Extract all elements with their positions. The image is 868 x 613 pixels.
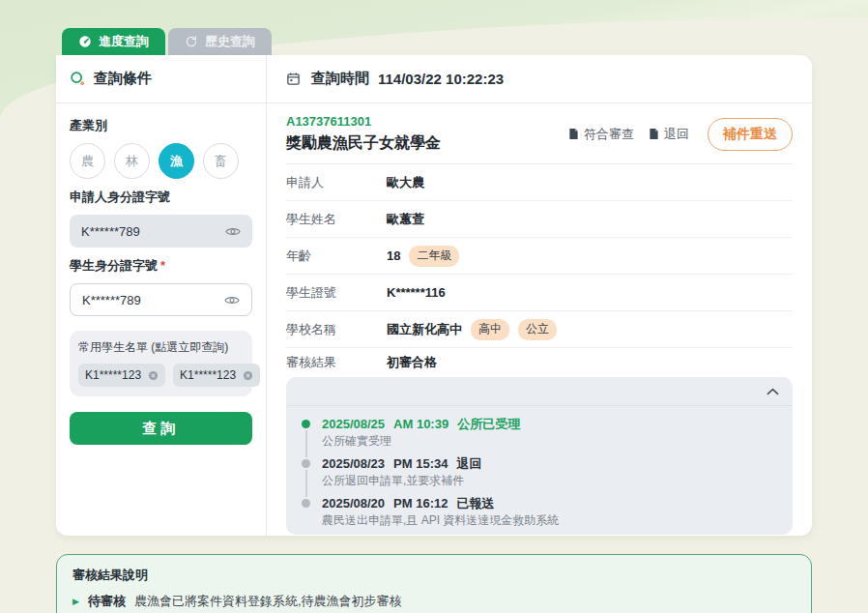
resend-documents-button[interactable]: 補件重送 <box>708 118 793 151</box>
industry-options: 農 林 漁 畜 <box>70 143 252 179</box>
legend-title: 審核結果說明 <box>72 567 796 584</box>
query-conditions-header: 查詢條件 <box>56 55 266 103</box>
tab-label: 進度查詢 <box>99 33 149 50</box>
document-icon <box>649 128 659 140</box>
grade-badge: 二年級 <box>409 246 459 267</box>
student-id-label: 學生身分證字號* <box>70 257 252 275</box>
case-number: A13737611301 <box>286 114 568 129</box>
search-icon <box>70 71 86 87</box>
recent-students-label: 常用學生名單 (點選立即查詢) <box>78 339 244 356</box>
remove-chip-icon[interactable] <box>243 370 253 381</box>
timeline-item: 2025/08/25 AM 10:39 公所已受理 公所確實受理 <box>302 416 777 449</box>
recent-students-box: 常用學生名單 (點選立即查詢) K1*****123 K1*****123 <box>70 331 252 396</box>
recent-student-chip[interactable]: K1*****123 <box>78 364 165 387</box>
history-icon <box>185 35 198 48</box>
tab-label: 歷史查詢 <box>205 33 255 50</box>
action-passed-review[interactable]: 符合審查 <box>568 126 634 143</box>
school-type-badge: 公立 <box>518 319 557 340</box>
query-conditions-panel: 查詢條件 產業別 農 林 漁 畜 申請人身分證字號 K******789 學生身… <box>56 55 267 536</box>
query-card: 查詢條件 產業別 農 林 漁 畜 申請人身分證字號 K******789 學生身… <box>56 55 812 536</box>
timeline-dot-active <box>302 420 310 428</box>
query-form: 產業別 農 林 漁 畜 申請人身分證字號 K******789 學生身分證字號*… <box>56 103 266 456</box>
query-conditions-title: 查詢條件 <box>94 70 152 88</box>
review-result-legend: 審核結果說明 ▶ 待審核 農漁會已將案件資料登錄系統,待農漁會初步審核 ▶ 初審… <box>56 554 812 613</box>
document-icon <box>568 128 579 140</box>
case-header-row: A13737611301 獎勵農漁民子女就學金 符合審查 退回 <box>286 103 793 164</box>
timeline-item: 2025/08/20 PM 16:12 已報送 農民送出申請單,且 API 資料… <box>302 495 777 528</box>
search-button[interactable]: 查詢 <box>70 412 252 445</box>
student-id-value: K******789 <box>82 293 141 307</box>
applicant-id-label: 申請人身分證字號 <box>70 189 252 206</box>
recent-students-chips: K1*****123 K1*****123 <box>78 364 244 387</box>
timeline-dot <box>302 499 310 508</box>
industry-label: 產業別 <box>70 117 252 134</box>
action-returned[interactable]: 退回 <box>649 126 689 143</box>
gauge-icon <box>78 35 92 48</box>
query-time-value: 114/03/22 10:22:23 <box>378 71 504 87</box>
student-id-field[interactable]: K******789 <box>70 283 252 316</box>
triangle-bullet-icon: ▶ <box>72 598 79 606</box>
field-row-student-id: 學生證號 K******116 <box>286 275 793 311</box>
timeline-dot <box>302 459 310 468</box>
legend-item-pending: ▶ 待審核 農漁會已將案件資料登錄系統,待農漁會初步審核 <box>72 593 796 610</box>
field-row-school: 學校名稱 國立新化高中 高中 公立 <box>286 311 793 348</box>
case-detail: A13737611301 獎勵農漁民子女就學金 符合審查 退回 <box>267 103 812 536</box>
calendar-icon <box>286 72 301 86</box>
eye-icon[interactable] <box>225 226 241 237</box>
case-actions: 符合審查 退回 補件重送 <box>568 118 793 151</box>
status-timeline-card: 2025/08/25 AM 10:39 公所已受理 公所確實受理 2025/08… <box>286 377 793 535</box>
industry-option-forest[interactable]: 林 <box>114 143 150 179</box>
chevron-up-icon[interactable] <box>767 388 779 395</box>
timeline-item: 2025/08/23 PM 15:34 退回 公所退回申請單,並要求補件 <box>302 455 777 488</box>
tab-progress-query[interactable]: 進度查詢 <box>62 28 165 55</box>
field-row-age: 年齡 18 二年級 <box>286 238 793 275</box>
field-row-applicant: 申請人 歐大農 <box>286 164 793 201</box>
school-level-badge: 高中 <box>471 319 509 340</box>
remove-chip-icon[interactable] <box>148 370 159 381</box>
case-title: 獎勵農漁民子女就學金 <box>286 133 568 154</box>
recent-student-chip[interactable]: K1*****123 <box>173 364 260 387</box>
industry-option-livestock[interactable]: 畜 <box>203 143 239 179</box>
timeline-list: 2025/08/25 AM 10:39 公所已受理 公所確實受理 2025/08… <box>286 406 793 528</box>
case-info: A13737611301 獎勵農漁民子女就學金 <box>286 114 568 154</box>
applicant-id-field[interactable]: K******789 <box>70 215 252 248</box>
field-row-review-result: 審核結果 初審合格 <box>286 348 793 377</box>
industry-option-fishery[interactable]: 漁 <box>159 143 194 179</box>
query-time-label: 查詢時間 <box>311 70 369 88</box>
query-time-header: 查詢時間 114/03/22 10:22:23 <box>267 55 812 103</box>
field-row-student-name: 學生姓名 歐蕙萱 <box>286 201 793 238</box>
tab-bar: 進度查詢 歷史查詢 <box>62 28 272 55</box>
tab-history-query[interactable]: 歷史查詢 <box>168 28 272 55</box>
timeline-collapse-header[interactable] <box>286 377 793 406</box>
industry-option-farm[interactable]: 農 <box>70 143 105 179</box>
result-panel: 查詢時間 114/03/22 10:22:23 A13737611301 獎勵農… <box>267 55 812 536</box>
applicant-id-value: K******789 <box>81 224 140 239</box>
eye-icon[interactable] <box>224 295 240 306</box>
required-asterisk: * <box>160 258 165 273</box>
